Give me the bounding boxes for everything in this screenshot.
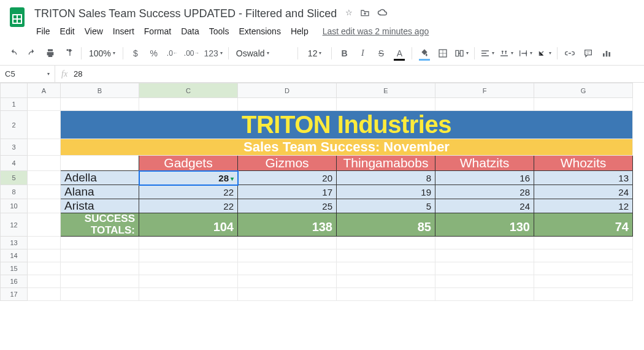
menu-help[interactable]: Help bbox=[286, 24, 313, 39]
category-header[interactable]: Thingamabobs bbox=[337, 156, 435, 171]
formula-bar[interactable]: 28 bbox=[74, 69, 644, 78]
data-cell[interactable]: 5 bbox=[337, 199, 435, 213]
data-cell[interactable]: 13 bbox=[534, 171, 633, 185]
italic-button[interactable]: I bbox=[354, 45, 371, 62]
row-header[interactable]: 12 bbox=[1, 213, 28, 237]
print-button[interactable] bbox=[42, 45, 59, 62]
person-name-cell[interactable]: Arista bbox=[61, 199, 139, 213]
merge-button[interactable] bbox=[453, 45, 470, 62]
row-header[interactable]: 1 bbox=[1, 98, 28, 111]
col-header[interactable]: C bbox=[139, 83, 238, 98]
font-select[interactable]: Oswald bbox=[232, 45, 294, 62]
subtitle-cell[interactable]: Sales Team Success: November bbox=[61, 139, 633, 156]
paint-format-button[interactable] bbox=[60, 45, 77, 62]
data-cell[interactable]: 24 bbox=[435, 199, 534, 213]
menu-format[interactable]: Format bbox=[140, 24, 175, 39]
chart-button[interactable] bbox=[598, 45, 615, 62]
row-header[interactable]: 15 bbox=[1, 262, 28, 275]
menu-view[interactable]: View bbox=[80, 24, 107, 39]
person-name-cell[interactable]: Alana bbox=[61, 185, 139, 199]
menu-insert[interactable]: Insert bbox=[109, 24, 139, 39]
svg-rect-9 bbox=[603, 53, 605, 56]
company-title-cell[interactable]: TRITON Industries bbox=[61, 111, 633, 139]
menu-extensions[interactable]: Extensions bbox=[234, 24, 285, 39]
row-header[interactable]: 3 bbox=[1, 139, 28, 156]
category-header[interactable]: Gizmos bbox=[238, 156, 337, 171]
link-button[interactable] bbox=[561, 45, 578, 62]
strikethrough-button[interactable]: S bbox=[372, 45, 389, 62]
data-cell[interactable]: 22 bbox=[139, 185, 238, 199]
number-format-select[interactable]: 123 bbox=[202, 45, 224, 62]
select-all-corner[interactable] bbox=[1, 83, 28, 98]
last-edit-link[interactable]: Last edit was 2 minutes ago bbox=[323, 26, 429, 36]
data-cell[interactable]: 28▾ bbox=[139, 171, 238, 185]
total-cell[interactable]: 104 bbox=[139, 213, 238, 237]
category-header[interactable]: Whatzits bbox=[435, 156, 534, 171]
data-cell[interactable]: 22 bbox=[139, 199, 238, 213]
borders-button[interactable] bbox=[434, 45, 451, 62]
row-header[interactable]: 8 bbox=[1, 185, 28, 199]
undo-button[interactable] bbox=[5, 45, 22, 62]
col-header[interactable]: E bbox=[337, 83, 435, 98]
data-cell[interactable]: 20 bbox=[238, 171, 337, 185]
data-cell[interactable]: 24 bbox=[534, 185, 633, 199]
category-header-blank[interactable] bbox=[61, 156, 139, 171]
menu-tools[interactable]: Tools bbox=[205, 24, 234, 39]
rotate-button[interactable] bbox=[535, 45, 553, 62]
row-header[interactable]: 5 bbox=[1, 171, 28, 185]
total-cell[interactable]: 130 bbox=[435, 213, 534, 237]
redo-button[interactable] bbox=[23, 45, 40, 62]
person-name-cell[interactable]: Adella bbox=[61, 171, 139, 185]
row-header[interactable]: 4 bbox=[1, 156, 28, 171]
star-icon[interactable]: ☆ bbox=[345, 8, 353, 20]
row-header[interactable]: 10 bbox=[1, 199, 28, 213]
col-header[interactable]: B bbox=[61, 83, 139, 98]
category-header[interactable]: Whozits bbox=[534, 156, 633, 171]
col-header[interactable]: A bbox=[28, 83, 61, 98]
row-header[interactable]: 2 bbox=[1, 111, 28, 139]
data-cell[interactable]: 25 bbox=[238, 199, 337, 213]
move-icon[interactable] bbox=[360, 8, 370, 20]
comment-button[interactable] bbox=[580, 45, 597, 62]
name-box[interactable]: C5 bbox=[0, 66, 55, 82]
wrap-button[interactable] bbox=[516, 45, 534, 62]
fill-color-button[interactable] bbox=[416, 45, 433, 62]
col-header[interactable]: F bbox=[435, 83, 534, 98]
cloud-status-icon[interactable] bbox=[377, 8, 388, 20]
data-cell[interactable]: 19 bbox=[337, 185, 435, 199]
row-header[interactable]: 17 bbox=[1, 288, 28, 301]
text-color-button[interactable]: A bbox=[391, 45, 408, 62]
totals-label-cell[interactable]: SUCCESSTOTALS: bbox=[61, 213, 139, 237]
increase-decimal-button[interactable]: .00→ bbox=[182, 45, 201, 62]
total-cell[interactable]: 74 bbox=[534, 213, 633, 237]
data-cell[interactable]: 12 bbox=[534, 199, 633, 213]
spreadsheet-grid[interactable]: A B C D E F G 1 2 TRITON Industries 3 Sa… bbox=[0, 83, 633, 301]
font-size-select[interactable]: 12 bbox=[302, 45, 328, 62]
sheets-logo[interactable] bbox=[5, 5, 29, 29]
data-cell[interactable]: 16 bbox=[435, 171, 534, 185]
data-cell[interactable]: 17 bbox=[238, 185, 337, 199]
valign-button[interactable] bbox=[497, 45, 515, 62]
menu-data[interactable]: Data bbox=[177, 24, 204, 39]
zoom-select[interactable]: 100% bbox=[85, 45, 119, 62]
data-cell[interactable]: 28 bbox=[435, 185, 534, 199]
filter-icon[interactable]: ▾ bbox=[231, 175, 234, 182]
total-cell[interactable]: 138 bbox=[238, 213, 337, 237]
halign-button[interactable] bbox=[478, 45, 496, 62]
col-header[interactable]: D bbox=[238, 83, 337, 98]
data-cell[interactable]: 8 bbox=[337, 171, 435, 185]
row-header[interactable]: 13 bbox=[1, 237, 28, 249]
document-title[interactable]: TRITON Sales Team Success UPDATED - Filt… bbox=[32, 6, 339, 21]
menu-edit[interactable]: Edit bbox=[56, 24, 79, 39]
col-header[interactable]: G bbox=[534, 83, 633, 98]
total-cell[interactable]: 85 bbox=[337, 213, 435, 237]
category-header[interactable]: Gadgets bbox=[139, 156, 238, 171]
svg-rect-10 bbox=[606, 51, 608, 56]
decrease-decimal-button[interactable]: .0← bbox=[164, 45, 181, 62]
bold-button[interactable]: B bbox=[335, 45, 353, 62]
row-header[interactable]: 16 bbox=[1, 275, 28, 288]
row-header[interactable]: 14 bbox=[1, 249, 28, 262]
percent-button[interactable]: % bbox=[145, 45, 163, 62]
currency-button[interactable]: $ bbox=[127, 45, 144, 62]
menu-file[interactable]: File bbox=[32, 24, 55, 39]
